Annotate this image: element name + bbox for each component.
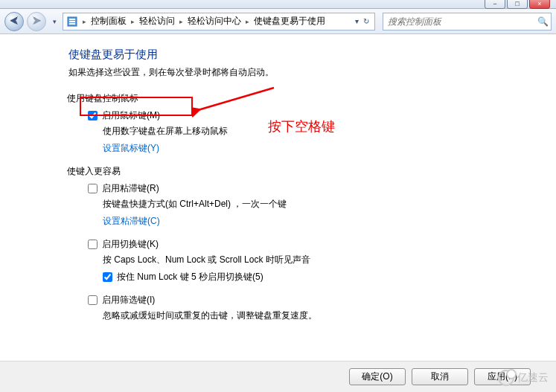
enable-toggle-keys-checkbox[interactable] <box>88 240 98 249</box>
page-title: 使键盘更易于使用 <box>68 48 556 62</box>
watermark: 亿速云 <box>498 370 549 386</box>
breadcrumb-sep: ▸ <box>244 18 251 25</box>
annotation-text: 按下空格键 <box>268 118 335 135</box>
enable-filter-keys-label: 启用筛选键(I) <box>102 294 155 306</box>
mouse-keys-settings-link[interactable]: 设置鼠标键(Y) <box>103 142 556 155</box>
watermark-text: 亿速云 <box>517 371 549 385</box>
enable-toggle-keys-label: 启用切换键(K) <box>102 238 159 251</box>
navigation-bar: ⮜ ⮞ ▾ ▸ 控制面板 ▸ 轻松访问 ▸ 轻松访问中心 ▸ 使键盘更易于使用 … <box>0 9 556 34</box>
search-input[interactable] <box>383 16 534 27</box>
watermark-logo-icon <box>498 370 514 386</box>
toggle-keys-desc: 按 Caps Lock、Num Lock 或 Scroll Lock 时听见声音 <box>103 254 556 266</box>
title-bar: − □ × <box>0 0 556 9</box>
nav-history-dropdown[interactable]: ▾ <box>49 15 60 28</box>
enable-filter-keys-checkbox[interactable] <box>88 295 98 305</box>
enable-sticky-keys-checkbox[interactable] <box>88 184 98 193</box>
enable-mouse-keys-checkbox[interactable] <box>88 111 98 121</box>
window-controls: − □ × <box>485 0 550 9</box>
svg-rect-2 <box>69 21 75 22</box>
breadcrumb-sep: ▸ <box>178 18 185 25</box>
back-button[interactable]: ⮜ <box>4 12 24 31</box>
breadcrumb-sep: ▸ <box>81 18 88 25</box>
content-area: 使键盘更易于使用 如果选择这些设置，则在每次登录时都将自动启动。 使用键盘控制鼠… <box>0 34 556 361</box>
breadcrumb-sep: ▸ <box>130 18 136 25</box>
breadcrumb-item[interactable]: 轻松访问中心 <box>185 15 244 28</box>
control-panel-icon <box>66 16 78 28</box>
breadcrumb-item[interactable]: 使键盘更易于使用 <box>251 15 328 28</box>
breadcrumb-dropdown-icon[interactable]: ▾ <box>353 17 361 25</box>
breadcrumb-item[interactable]: 轻松访问 <box>136 15 178 28</box>
breadcrumb-item[interactable]: 控制面板 <box>88 15 130 28</box>
svg-rect-1 <box>69 19 75 20</box>
breadcrumb[interactable]: ▸ 控制面板 ▸ 轻松访问 ▸ 轻松访问中心 ▸ 使键盘更易于使用 ▾ ↻ <box>63 13 375 30</box>
cancel-button[interactable]: 取消 <box>412 368 468 385</box>
minimize-button[interactable]: − <box>485 0 505 9</box>
button-bar: 确定(O) 取消 应用(P) <box>0 361 556 392</box>
sticky-keys-desc: 按键盘快捷方式(如 Ctrl+Alt+Del) ，一次一个键 <box>103 198 556 211</box>
ok-button[interactable]: 确定(O) <box>349 368 406 385</box>
section-heading-mouse: 使用键盘控制鼠标 <box>67 92 556 105</box>
sticky-keys-settings-link[interactable]: 设置粘滞键(C) <box>103 215 556 228</box>
page-subtitle: 如果选择这些设置，则在每次登录时都将自动启动。 <box>68 66 556 79</box>
hold-numlock-label: 按住 Num Lock 键 5 秒启用切换键(5) <box>117 271 263 283</box>
forward-button[interactable]: ⮞ <box>27 12 46 31</box>
svg-rect-3 <box>69 23 75 25</box>
close-button[interactable]: × <box>529 0 550 9</box>
maximize-button[interactable]: □ <box>507 0 528 9</box>
refresh-icon[interactable]: ↻ <box>361 17 371 25</box>
enable-mouse-keys-label: 启用鼠标键(M) <box>102 109 160 122</box>
enable-sticky-keys-label: 启用粘滞键(R) <box>102 182 159 195</box>
filter-keys-desc: 忽略或减缓短时间或重复的击键，调整键盘重复速度。 <box>103 309 556 322</box>
search-box[interactable]: 🔍 <box>383 13 552 30</box>
search-icon[interactable]: 🔍 <box>534 16 551 27</box>
section-heading-typing: 使键入更容易 <box>67 165 556 178</box>
hold-numlock-checkbox[interactable] <box>103 272 112 282</box>
